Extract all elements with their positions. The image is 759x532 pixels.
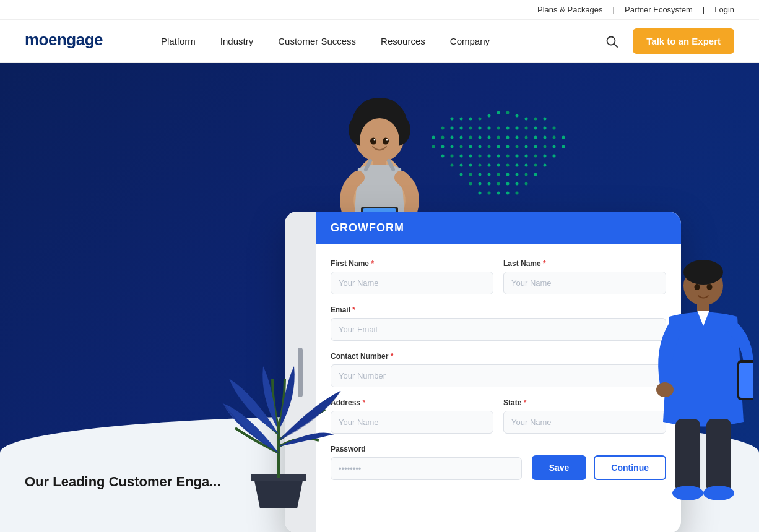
svg-point-47 [469, 145, 472, 148]
svg-point-118 [386, 139, 388, 141]
last-name-label: Last Name * [503, 259, 666, 268]
svg-point-120 [683, 260, 723, 285]
svg-point-33 [479, 136, 482, 139]
svg-point-36 [506, 136, 510, 139]
svg-point-50 [497, 145, 500, 148]
svg-rect-128 [706, 419, 731, 493]
svg-point-74 [479, 164, 482, 167]
plant-illustration [210, 341, 347, 515]
nav-item-industry[interactable]: Industry [208, 20, 266, 63]
svg-point-6 [469, 118, 472, 121]
svg-point-30 [451, 136, 454, 139]
logo[interactable]: moengage [25, 28, 124, 54]
svg-point-42 [562, 136, 565, 139]
svg-point-25 [534, 127, 537, 130]
svg-point-11 [516, 114, 519, 118]
svg-point-66 [516, 155, 519, 158]
svg-point-88 [516, 173, 519, 176]
state-input[interactable] [503, 411, 666, 434]
svg-point-20 [488, 127, 491, 130]
svg-point-84 [479, 173, 482, 176]
nav-item-customer-success[interactable]: Customer Success [266, 20, 368, 63]
hero-man-illustration [654, 249, 753, 521]
svg-point-3 [452, 119, 551, 218]
svg-point-82 [460, 173, 463, 176]
svg-point-46 [460, 145, 463, 148]
svg-point-70 [553, 155, 556, 158]
last-name-group: Last Name * [503, 259, 666, 294]
save-button[interactable]: Save [532, 455, 587, 480]
last-name-input[interactable] [503, 272, 666, 294]
svg-point-71 [451, 164, 454, 167]
state-group: State * [503, 398, 666, 434]
svg-point-81 [544, 164, 547, 167]
form-body: First Name * Last Name * [316, 244, 681, 532]
nav-links: Platform Industry Customer Success Resou… [149, 20, 601, 63]
svg-point-52 [516, 145, 519, 148]
email-label: Email * [331, 306, 666, 314]
svg-point-29 [441, 136, 445, 139]
svg-point-27 [553, 127, 556, 130]
contact-group: Contact Number * [331, 352, 666, 387]
search-icon[interactable] [601, 30, 623, 53]
svg-point-16 [451, 127, 454, 130]
address-state-row: Address * State * [331, 398, 666, 434]
bottom-text-area: Our Leading Customer Enga... [25, 474, 221, 490]
svg-point-26 [544, 127, 547, 130]
password-buttons-row: Password Save Continue [331, 445, 666, 480]
email-input[interactable] [331, 318, 666, 341]
password-input[interactable] [331, 457, 522, 480]
first-name-input[interactable] [331, 272, 493, 294]
svg-point-98 [479, 192, 482, 195]
svg-point-56 [553, 145, 556, 148]
state-label: State * [503, 398, 666, 407]
svg-point-65 [506, 155, 510, 158]
tablet-form-content: GROWFORM First Name * [316, 212, 681, 532]
hero-section: GROWFORM First Name * [0, 63, 759, 532]
svg-point-78 [516, 164, 519, 167]
svg-point-62 [479, 155, 482, 158]
svg-point-14 [544, 118, 547, 121]
contact-row: Contact Number * [331, 352, 666, 387]
talk-to-expert-button[interactable]: Talk to an Expert [633, 28, 734, 54]
svg-point-117 [374, 139, 376, 141]
svg-point-91 [469, 182, 472, 186]
svg-point-67 [525, 155, 528, 158]
svg-point-55 [544, 145, 547, 148]
svg-point-101 [506, 192, 510, 195]
svg-point-49 [488, 145, 491, 148]
email-group: Email * [331, 306, 666, 341]
contact-input[interactable] [331, 364, 666, 387]
svg-point-63 [488, 155, 491, 158]
growform-header: GROWFORM [316, 212, 681, 244]
svg-point-90 [534, 173, 537, 176]
svg-point-37 [516, 136, 519, 139]
svg-point-45 [451, 145, 454, 148]
login-link[interactable]: Login [714, 5, 734, 14]
plans-link[interactable]: Plans & Packages [537, 5, 603, 14]
svg-point-40 [544, 136, 547, 139]
partner-link[interactable]: Partner Ecosystem [625, 5, 693, 14]
nav-item-platform[interactable]: Platform [149, 20, 208, 63]
svg-point-86 [497, 173, 500, 176]
svg-point-73 [469, 164, 472, 167]
svg-point-87 [506, 173, 510, 176]
svg-point-130 [703, 486, 734, 500]
svg-point-19 [479, 127, 482, 130]
svg-line-2 [614, 44, 617, 47]
svg-point-39 [534, 136, 537, 139]
svg-point-38 [525, 136, 528, 139]
address-input[interactable] [331, 411, 493, 434]
svg-point-5 [460, 118, 463, 121]
svg-point-85 [488, 173, 491, 176]
svg-marker-133 [254, 478, 303, 508]
nav-item-resources[interactable]: Resources [368, 20, 438, 63]
svg-point-93 [488, 182, 491, 186]
svg-rect-126 [739, 363, 753, 398]
form-action-buttons: Save Continue [532, 455, 666, 480]
svg-point-72 [460, 164, 463, 167]
svg-point-100 [497, 192, 500, 195]
svg-point-44 [441, 145, 445, 148]
nav-item-company[interactable]: Company [438, 20, 502, 63]
svg-point-80 [534, 164, 537, 167]
